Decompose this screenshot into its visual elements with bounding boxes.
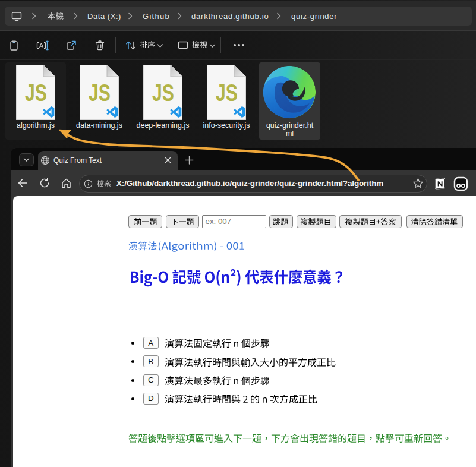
svg-text:JS: JS <box>152 80 174 106</box>
svg-text:JS: JS <box>25 80 47 106</box>
svg-text:JS: JS <box>89 80 111 106</box>
svg-text:JS: JS <box>216 80 238 106</box>
